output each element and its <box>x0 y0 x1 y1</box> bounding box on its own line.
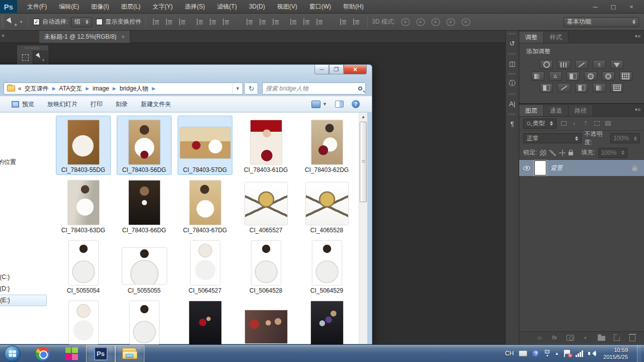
adjustment-icon[interactable] <box>531 71 544 81</box>
file-tile[interactable]: CI_78403-57DG <box>175 115 235 175</box>
show-transform-checkbox[interactable]: ✓ <box>96 19 103 25</box>
address-bar[interactable]: « 交互课件▶ATA交互▶image▶bridge人物▶ ▼ <box>4 82 243 95</box>
3d-mode-icon[interactable] <box>431 18 440 26</box>
adjustment-icon[interactable] <box>557 83 571 93</box>
menu-item[interactable]: 图像(I) <box>85 0 115 13</box>
adjustment-icon[interactable] <box>567 71 580 81</box>
taskbar-app-button[interactable] <box>57 345 86 362</box>
preview-pane-button[interactable] <box>335 101 344 108</box>
align-icon[interactable] <box>179 19 187 26</box>
show-desktop-button[interactable] <box>637 345 641 362</box>
sidebar-item[interactable]: 载 <box>0 133 47 145</box>
menu-item[interactable]: 窗口(W) <box>303 0 337 13</box>
scrollbar[interactable]: ▲ <box>359 113 367 344</box>
network-icon[interactable] <box>576 350 583 357</box>
collapse-left-dock-icon[interactable]: « <box>2 32 5 38</box>
file-tile[interactable]: CI_78403-61DG <box>235 115 296 175</box>
align-icon[interactable] <box>353 19 361 26</box>
lock-all-icon[interactable] <box>569 152 573 155</box>
3d-mode-icon[interactable] <box>446 18 455 26</box>
menu-item[interactable]: 文件(F) <box>21 0 53 13</box>
sidebar-item[interactable]: 地磁盘 (D:) <box>0 283 47 295</box>
scrollbar-thumb[interactable] <box>360 122 367 202</box>
adjustment-icon[interactable] <box>584 71 597 81</box>
clock[interactable]: 10:59 2015/5/25 <box>601 346 632 360</box>
move-tool-button[interactable] <box>33 51 47 64</box>
menu-item[interactable]: 3D(D) <box>243 0 271 13</box>
search-input[interactable]: 搜索 bridge人物 <box>262 82 366 95</box>
sidebar-item[interactable]: 雷下载 <box>0 225 47 236</box>
explorer-titlebar[interactable]: ─ ❐ ✕ <box>0 65 372 81</box>
breadcrumb-item[interactable]: ATA交互 <box>59 84 83 93</box>
help-tray-icon[interactable]: ? <box>532 350 540 357</box>
file-tile[interactable]: CI_78403-66DG <box>114 175 175 235</box>
file-tile[interactable]: CI_78403-63DG <box>53 175 114 235</box>
layer-filter-dropdown[interactable]: 类型 <box>523 119 556 129</box>
align-icon[interactable] <box>166 19 174 26</box>
close-button[interactable]: × <box>626 3 637 11</box>
breadcrumb-item[interactable]: image <box>93 85 109 92</box>
menu-item[interactable]: 编辑(E) <box>53 0 85 13</box>
3d-mode-icon[interactable] <box>461 18 470 26</box>
filter-type-icon[interactable]: T <box>582 120 590 127</box>
change-view-button[interactable]: ▼ <box>311 101 327 108</box>
menu-item[interactable]: 滤镜(T) <box>211 0 243 13</box>
new-layer-icon[interactable] <box>612 334 621 341</box>
adjustment-icon[interactable] <box>549 71 562 81</box>
command-bar-button[interactable]: 新建文件夹 <box>141 100 171 109</box>
lock-pixels-icon[interactable] <box>549 150 556 156</box>
blend-mode-dropdown[interactable]: 正常 <box>523 133 582 143</box>
file-tile[interactable]: CI_5064527 <box>175 235 235 296</box>
menu-item[interactable]: 帮助(H) <box>337 0 370 13</box>
sidebar-item[interactable]: 面 <box>0 145 47 156</box>
minimize-button[interactable]: ─ <box>314 65 329 74</box>
align-icon[interactable] <box>209 19 217 26</box>
close-button[interactable]: ✕ <box>344 65 367 74</box>
adjustment-icon[interactable] <box>540 83 553 93</box>
tab-channels[interactable]: 通道 <box>544 105 569 116</box>
chevron-right-icon[interactable]: ▶ <box>113 86 116 91</box>
align-icon[interactable] <box>246 19 254 26</box>
dock-panel-icon[interactable]: ⓘ <box>506 76 519 91</box>
adjustment-icon[interactable] <box>575 83 588 93</box>
dock-panel-icon[interactable]: A| <box>506 96 519 111</box>
sidebar-item[interactable]: 片 <box>0 202 47 213</box>
taskbar-photoshop-button[interactable]: Ps <box>86 345 115 362</box>
tab-adjustments[interactable]: 调整 <box>519 32 544 43</box>
adjustment-icon[interactable] <box>540 60 553 69</box>
adjustment-icon[interactable] <box>619 71 632 81</box>
panel-menu-icon[interactable]: ▾≡ <box>635 34 641 39</box>
menu-item[interactable]: 选择(S) <box>179 0 211 13</box>
workspace-dropdown[interactable]: 基本功能 <box>564 17 639 27</box>
help-button[interactable]: ? <box>352 100 360 108</box>
delete-layer-icon[interactable] <box>628 334 637 341</box>
language-indicator[interactable]: CH <box>505 350 514 357</box>
tab-styles[interactable]: 样式 <box>544 32 569 43</box>
filter-smart-object-icon[interactable] <box>604 120 612 127</box>
file-tile[interactable]: CI_78403-55DG <box>53 115 114 175</box>
ime-restore-icon[interactable]: ▾ <box>545 350 549 357</box>
file-tile[interactable]: CI_5064529 <box>296 235 357 296</box>
filter-adjustment-icon[interactable]: ◐ <box>571 120 579 127</box>
dock-panel-icon[interactable]: ◫ <box>506 56 519 71</box>
tool-preset-arrow-icon[interactable]: ▾ <box>20 20 24 24</box>
dock-panel-icon[interactable]: ↺ <box>506 36 519 51</box>
chevron-right-icon[interactable]: ▶ <box>86 86 89 91</box>
adjustment-icon[interactable] <box>593 60 606 69</box>
panel-menu-icon[interactable]: ▾≡ <box>635 107 641 112</box>
command-bar-button[interactable]: 打印 <box>91 100 103 109</box>
options-grip[interactable] <box>1 16 4 29</box>
menu-item[interactable]: 文字(Y) <box>146 0 179 13</box>
refresh-button[interactable]: ↻ <box>245 82 258 95</box>
adjustment-icon[interactable] <box>575 60 588 69</box>
auto-select-checkbox[interactable]: ✓ <box>33 19 40 25</box>
scroll-up-arrow-icon[interactable]: ▲ <box>359 113 367 121</box>
file-tile[interactable]: CI_5064528 <box>235 235 296 296</box>
dock-panel-icon[interactable]: ¶ <box>506 116 519 131</box>
filter-shape-icon[interactable] <box>593 120 601 127</box>
sidebar-item[interactable]: 机 <box>0 260 47 272</box>
3d-mode-icon[interactable] <box>401 18 410 26</box>
maximize-button[interactable]: ❐ <box>329 65 344 74</box>
taskbar-explorer-button[interactable] <box>115 345 144 362</box>
lock-position-icon[interactable] <box>559 150 566 156</box>
